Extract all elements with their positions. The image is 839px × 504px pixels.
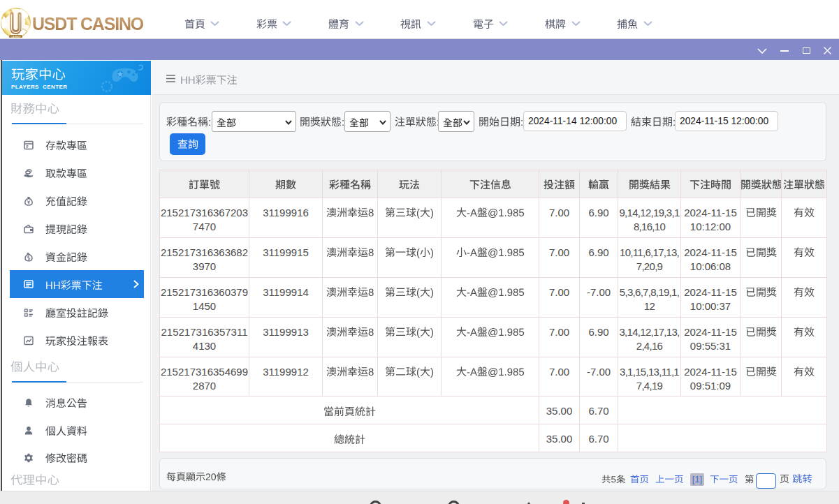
svg-text:CASINO: CASINO — [11, 36, 21, 38]
